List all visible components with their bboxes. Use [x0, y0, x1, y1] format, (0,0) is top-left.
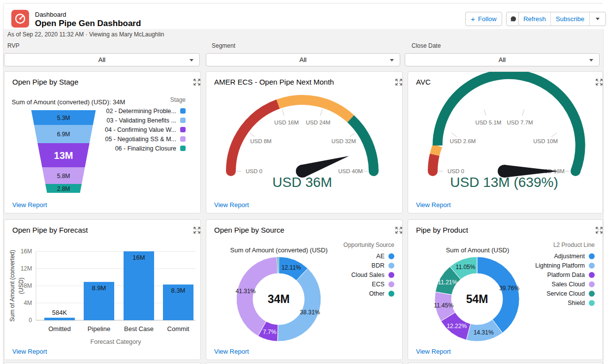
- legend-item[interactable]: 03 - Validating Benefits ...: [105, 116, 186, 125]
- more-actions-button[interactable]: [589, 12, 606, 26]
- funnel-value-label: 2.8M: [57, 185, 70, 192]
- gauge-tick-label: USD 24M: [306, 120, 330, 125]
- widget-title: Open Pipe by Source: [214, 226, 285, 234]
- x-category-label: Omitted: [48, 325, 71, 333]
- donut-percent-label: 41.31%: [236, 288, 256, 295]
- x-category-label: Pipeline: [88, 325, 110, 333]
- legend-item[interactable]: 05 - Negotiating SS & M...: [105, 134, 186, 144]
- gauge-tick-label: USD 10M: [533, 138, 558, 144]
- view-report-link[interactable]: View Report: [416, 201, 451, 209]
- widget-amer-ecs-open-pipe-next-month: USD 0USD 8MUSD 16MUSD 24MUSD 32MUSD 40MU…: [206, 71, 403, 213]
- widget-title: Open Pipe by Forecast: [12, 226, 88, 234]
- salesforce-dashboard-page: Dashboard Open Pipe Gen Dashboard + Foll…: [0, 0, 607, 364]
- legend-swatch: [180, 108, 186, 114]
- legend-item[interactable]: Shield: [535, 298, 595, 307]
- legend-item[interactable]: 04 - Confirming Value W...: [105, 125, 186, 134]
- gauge-glyph: [11, 10, 29, 28]
- legend: Stage02 - Determining Proble...03 - Vali…: [105, 96, 186, 153]
- filter-label-rvp: RVP: [7, 42, 19, 49]
- y-axis-title: (USD): [18, 277, 25, 294]
- subscribe-button[interactable]: Subscribe: [550, 12, 589, 26]
- legend-item[interactable]: 02 - Determining Proble...: [105, 106, 186, 116]
- legend-item[interactable]: 06 - Finalizing Closure: [105, 144, 186, 153]
- legend-label: Adjustment: [554, 253, 585, 260]
- expand-icon[interactable]: [192, 78, 194, 80]
- header-button-group: Refresh Subscribe: [518, 12, 606, 26]
- legend-swatch: [388, 281, 394, 287]
- gauge-value-label: USD 36M: [272, 175, 332, 190]
- legend-swatch: [388, 291, 394, 297]
- legend-item[interactable]: Adjustment: [535, 251, 595, 261]
- widget-avc: USD 0USD 2.6MUSD 5.1MUSD 7.7MUSD 10MUSD …: [408, 71, 603, 213]
- legend-swatch: [388, 272, 394, 278]
- donut-percent-label: 11.05%: [456, 264, 476, 271]
- legend-swatch: [180, 118, 186, 123]
- legend-swatch: [589, 272, 595, 278]
- legend-item[interactable]: ECS: [344, 279, 394, 289]
- view-report-link[interactable]: View Report: [12, 348, 47, 355]
- view-report-link[interactable]: View Report: [12, 201, 47, 209]
- legend-title: Stage: [105, 96, 186, 103]
- expand-icon[interactable]: [595, 78, 597, 80]
- legend-swatch: [589, 281, 595, 287]
- legend-swatch: [589, 300, 595, 306]
- gauge-tick: [522, 110, 524, 116]
- rvp-filter-value: All: [98, 56, 105, 63]
- close-date-filter-value: All: [499, 56, 506, 63]
- donut-percent-label: 14.31%: [474, 329, 494, 336]
- view-report-link[interactable]: View Report: [416, 348, 451, 355]
- expand-icon[interactable]: [595, 226, 597, 228]
- legend-item[interactable]: Lightning Platform: [535, 261, 595, 270]
- legend-item[interactable]: Service Cloud: [535, 289, 595, 298]
- segment-filter-select[interactable]: All: [206, 53, 400, 66]
- gauge-tick-label: USD 40M: [338, 168, 363, 174]
- gauge-tick-label: USD 0: [246, 168, 262, 174]
- x-axis-title: Forecast Category: [91, 338, 142, 345]
- widget-pipe-by-product: Pipe by Product Sum of Amount (USD) 39.7…: [408, 219, 603, 360]
- legend-label: AE: [376, 253, 384, 260]
- view-report-link[interactable]: View Report: [214, 201, 249, 209]
- as-of-text: As of Sep 22, 2020 11:32 AM · Viewing as…: [7, 31, 164, 38]
- legend-swatch: [180, 136, 186, 142]
- caret-down-icon: [589, 59, 593, 61]
- legend-swatch: [180, 146, 186, 151]
- rvp-filter-select[interactable]: All: [4, 53, 200, 66]
- widget-open-pipe-by-forecast: 04M8M12M16M584KOmitted8.9MPipeline16MBes…: [4, 219, 201, 360]
- legend-label: Platform Data: [547, 272, 585, 278]
- widget-title: Open Pipe by Stage: [12, 78, 78, 86]
- donut-chart: 12.11%38.31%7.7%41.31%34M: [206, 235, 354, 359]
- close-date-filter-select[interactable]: All: [405, 53, 600, 66]
- legend-item[interactable]: Sales Cloud: [535, 279, 595, 289]
- funnel-value-label: 5.8M: [57, 173, 70, 180]
- legend-label: BDR: [372, 262, 384, 269]
- legend-item[interactable]: BDR: [344, 261, 394, 270]
- widget-title: AVC: [416, 78, 431, 86]
- bar[interactable]: [44, 318, 75, 320]
- dashboard-icon: [11, 10, 29, 28]
- expand-icon[interactable]: [394, 78, 396, 80]
- legend-label: Service Cloud: [546, 290, 585, 297]
- feed-icon: [510, 15, 517, 23]
- legend-item[interactable]: Platform Data: [535, 270, 595, 279]
- legend-item[interactable]: AE: [344, 251, 394, 261]
- legend-item[interactable]: Cloud Sales: [344, 270, 394, 279]
- legend-label: 03 - Validating Benefits ...: [106, 117, 176, 124]
- gauge-segment: [231, 104, 278, 171]
- legend: Opportunity SourceAEBDRCloud SalesECSOth…: [344, 242, 394, 298]
- feed-button[interactable]: [506, 12, 520, 26]
- donut-percent-label: 38.31%: [300, 309, 320, 316]
- refresh-button[interactable]: Refresh: [519, 12, 550, 26]
- record-type-label: Dashboard: [35, 11, 66, 18]
- follow-button[interactable]: + Follow: [465, 12, 502, 26]
- legend-swatch: [388, 253, 394, 259]
- expand-icon[interactable]: [192, 226, 194, 228]
- legend-item[interactable]: Other: [344, 289, 394, 298]
- widget-open-pipe-by-source: Open Pipe by Source Sum of Amount (conve…: [206, 219, 403, 360]
- bar[interactable]: [124, 251, 154, 320]
- view-report-link[interactable]: View Report: [214, 348, 249, 355]
- donut-center-label: 54M: [466, 293, 488, 305]
- widget-open-pipe-by-stage: Open Pipe by Stage Sum of Amount (conver…: [4, 71, 201, 213]
- expand-icon[interactable]: [394, 226, 396, 228]
- segment-filter-value: All: [299, 56, 306, 63]
- y-tick-label: 12M: [21, 265, 32, 272]
